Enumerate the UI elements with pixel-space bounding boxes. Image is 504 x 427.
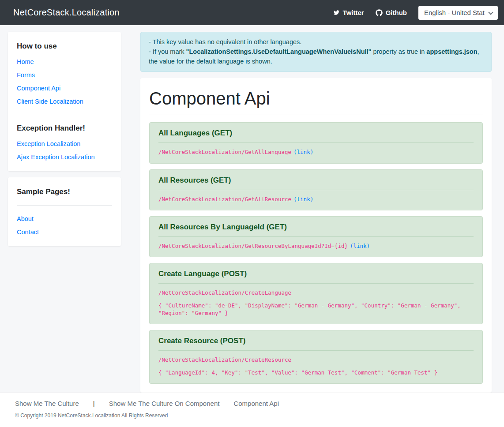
sidebar-item-client-side-localization[interactable]: Client Side Localization	[17, 98, 112, 105]
sidebar-card-how-to-use: How to use Home Forms Component Api Clie…	[8, 32, 121, 171]
api-endpoint: /NetCoreStackLocalization/CreateLanguage	[158, 289, 474, 296]
api-panel-all-languages: All Languages (GET) /NetCoreStackLocaliz…	[149, 122, 483, 163]
api-try-link[interactable]: (link)	[350, 243, 370, 249]
api-path: /NetCoreStackLocalization/GetAllLanguage	[158, 149, 291, 155]
api-panel-all-resources-by-languageid: All Resources By LanguageId (GET) /NetCo…	[149, 216, 483, 257]
page-body: How to use Home Forms Component Api Clie…	[0, 25, 504, 393]
api-endpoint: /NetCoreStackLocalization/GetResourceByL…	[158, 243, 474, 250]
footer-separator: |	[93, 400, 95, 407]
sidebar-card-sample-pages: Sample Pages! About Contact	[8, 177, 121, 246]
panel-divider	[158, 283, 474, 284]
footer-links: Show Me The Culture | Show Me The Cultur…	[15, 400, 504, 407]
main-content: - This key value has no equivalent in ot…	[140, 32, 492, 393]
alert-bold-appsettings: appsettings.json	[426, 48, 477, 55]
footer-link-show-me-the-culture[interactable]: Show Me The Culture	[15, 400, 79, 407]
api-try-link[interactable]: (link)	[293, 196, 313, 202]
sidebar-divider	[17, 114, 112, 114]
api-path: /NetCoreStackLocalization/CreateResource	[158, 356, 291, 363]
sidebar-item-exception-localization[interactable]: Exception Localization	[17, 140, 112, 147]
api-path: /NetCoreStackLocalization/GetResourceByL…	[158, 243, 348, 249]
api-path: /NetCoreStackLocalization/CreateLanguage	[158, 289, 291, 296]
api-panel-heading: All Resources (GET)	[158, 176, 474, 185]
api-request-body: { "CultureName": "de-DE", "DisplayName":…	[158, 302, 474, 317]
api-panel-create-resource: Create Resource (POST) /NetCoreStackLoca…	[149, 330, 483, 384]
component-api-card: Component Api All Languages (GET) /NetCo…	[140, 78, 492, 393]
api-panel-heading: All Languages (GET)	[158, 129, 474, 138]
footer-link-component-api[interactable]: Component Api	[233, 400, 279, 407]
sidebar-heading-how-to-use: How to use	[17, 42, 112, 51]
api-request-body: { "LanguageId": 4, "Key": "Test", "Value…	[158, 369, 474, 376]
api-endpoint: /NetCoreStackLocalization/GetAllLanguage…	[158, 149, 474, 156]
alert-line-1: - This key value has no equivalent in ot…	[149, 37, 483, 47]
sidebar-heading-exception-handler: Exception Handler!	[17, 124, 112, 133]
title-divider	[149, 115, 483, 115]
api-path: /NetCoreStackLocalization/GetAllResource	[158, 196, 291, 202]
navbar-right: Twitter Github English - United States	[333, 6, 498, 20]
api-endpoint: /NetCoreStackLocalization/GetAllResource…	[158, 196, 474, 203]
sidebar-item-contact[interactable]: Contact	[17, 228, 112, 236]
sidebar-divider	[17, 205, 112, 206]
api-endpoint: /NetCoreStackLocalization/CreateResource	[158, 356, 474, 363]
alert-line-2: - If you mark "LocalizationSettings.UseD…	[149, 47, 483, 67]
api-try-link[interactable]: (link)	[293, 149, 313, 155]
language-select[interactable]: English - United States	[418, 6, 498, 20]
sidebar-item-about[interactable]: About	[17, 215, 112, 222]
panel-divider	[158, 190, 474, 190]
page-title: Component Api	[149, 89, 483, 109]
twitter-link[interactable]: Twitter	[333, 9, 364, 16]
api-panel-all-resources: All Resources (GET) /NetCoreStackLocaliz…	[149, 169, 483, 210]
footer-link-show-me-the-culture-on-component[interactable]: Show Me The Culture On Component	[109, 400, 220, 407]
api-panel-heading: All Resources By LanguageId (GET)	[158, 223, 474, 232]
panel-divider	[158, 236, 474, 237]
copyright-text: © Copyright 2019 NetCoreStack.Localizati…	[15, 412, 504, 419]
footer: Show Me The Culture | Show Me The Cultur…	[0, 393, 504, 427]
github-link[interactable]: Github	[376, 9, 407, 16]
sidebar-item-component-api[interactable]: Component Api	[17, 85, 112, 92]
sidebar-heading-sample-pages: Sample Pages!	[17, 187, 112, 196]
twitter-label: Twitter	[343, 9, 364, 16]
api-panel-create-language: Create Language (POST) /NetCoreStackLoca…	[149, 263, 483, 324]
brand-link[interactable]: NetCoreStack.Localization	[13, 7, 120, 18]
github-label: Github	[386, 9, 407, 16]
alert-bold-setting: "LocalizationSettings.UseDefaultLanguage…	[186, 48, 372, 55]
api-panel-heading: Create Language (POST)	[158, 270, 474, 278]
twitter-icon	[333, 10, 340, 15]
navbar: NetCoreStack.Localization Twitter Github…	[0, 0, 504, 25]
info-alert: - This key value has no equivalent in ot…	[140, 32, 492, 72]
sidebar-item-forms[interactable]: Forms	[17, 71, 112, 79]
sidebar: How to use Home Forms Component Api Clie…	[8, 32, 121, 393]
sidebar-item-home[interactable]: Home	[17, 58, 112, 65]
panel-divider	[158, 350, 474, 351]
panel-divider	[158, 142, 474, 143]
language-select-wrap: English - United States	[418, 6, 498, 20]
sidebar-item-ajax-exception-localization[interactable]: Ajax Exception Localization	[17, 154, 112, 161]
github-icon	[376, 9, 383, 16]
api-panel-heading: Create Resource (POST)	[158, 337, 474, 345]
